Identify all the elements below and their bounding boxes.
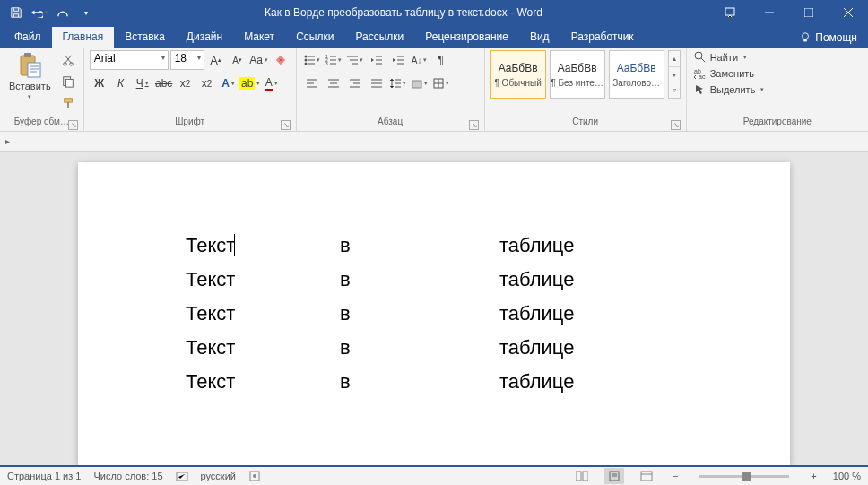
page[interactable]: Текст в таблице Текст в таблице Текст в … bbox=[78, 162, 790, 465]
superscript-icon[interactable]: x2 bbox=[197, 74, 217, 93]
grow-font-icon[interactable]: A▴ bbox=[206, 50, 226, 70]
align-left-icon[interactable] bbox=[302, 74, 322, 93]
shading-icon[interactable] bbox=[410, 74, 430, 93]
view-read-icon[interactable] bbox=[572, 468, 592, 484]
clipboard-launcher[interactable] bbox=[68, 120, 78, 130]
bullets-icon[interactable] bbox=[302, 50, 322, 70]
font-color-icon[interactable]: A bbox=[262, 74, 282, 93]
svg-rect-8 bbox=[24, 53, 31, 57]
styles-launcher[interactable] bbox=[671, 120, 681, 130]
svg-rect-0 bbox=[725, 8, 734, 15]
close-icon[interactable] bbox=[829, 0, 868, 25]
tab-layout[interactable]: Макет bbox=[233, 27, 285, 48]
style-no-spacing[interactable]: АаБбВв ¶ Без инте… bbox=[550, 50, 605, 99]
svg-rect-6 bbox=[804, 39, 808, 42]
view-web-icon[interactable] bbox=[637, 468, 656, 484]
table-row: Текст в таблице bbox=[186, 302, 682, 325]
subscript-icon[interactable]: x2 bbox=[176, 74, 195, 93]
borders-icon[interactable] bbox=[431, 74, 451, 93]
font-size-combo[interactable]: 18 bbox=[170, 50, 204, 70]
ribbon-tabs: Файл Главная Вставка Дизайн Макет Ссылки… bbox=[0, 25, 868, 48]
show-marks-icon[interactable]: ¶ bbox=[431, 50, 451, 70]
svg-text:ac: ac bbox=[699, 74, 706, 80]
undo-icon[interactable] bbox=[29, 3, 50, 22]
styles-scroll-down-icon[interactable]: ▾ bbox=[669, 67, 680, 83]
svg-point-16 bbox=[304, 56, 307, 58]
tab-file[interactable]: Файл bbox=[4, 27, 52, 48]
justify-icon[interactable] bbox=[367, 74, 386, 93]
group-styles-label: Стили bbox=[572, 117, 598, 126]
tab-mailings[interactable]: Рассылки bbox=[344, 27, 414, 48]
tell-me-search[interactable]: Помощн bbox=[794, 31, 868, 48]
tab-developer[interactable]: Разработчик bbox=[560, 27, 645, 48]
change-case-icon[interactable]: Aa bbox=[249, 50, 269, 70]
highlight-icon[interactable]: ab bbox=[240, 74, 260, 93]
save-icon[interactable] bbox=[5, 3, 27, 22]
italic-button[interactable]: К bbox=[111, 74, 131, 93]
underline-button[interactable]: Ч bbox=[133, 74, 152, 93]
proofing-icon[interactable] bbox=[176, 470, 188, 482]
tab-review[interactable]: Рецензирование bbox=[414, 27, 519, 48]
nav-pane-toggle-icon[interactable]: ▸ bbox=[5, 136, 10, 146]
multilevel-icon[interactable] bbox=[345, 50, 365, 70]
macro-icon[interactable] bbox=[248, 470, 261, 482]
font-launcher[interactable] bbox=[281, 120, 291, 130]
svg-rect-63 bbox=[576, 472, 581, 481]
status-page[interactable]: Страница 1 из 1 bbox=[7, 471, 81, 481]
styles-expand-icon[interactable]: ▿ bbox=[669, 82, 680, 98]
decrease-indent-icon[interactable] bbox=[367, 50, 386, 70]
tell-me-label: Помощн bbox=[815, 31, 857, 44]
format-painter-icon[interactable] bbox=[58, 93, 78, 113]
line-spacing-icon[interactable] bbox=[388, 74, 408, 93]
tab-references[interactable]: Ссылки bbox=[285, 27, 344, 48]
styles-scroll-up-icon[interactable]: ▴ bbox=[669, 51, 680, 67]
style-heading1[interactable]: АаБбВв Заголово… bbox=[609, 50, 664, 99]
style-normal[interactable]: АаБбВв ¶ Обычный bbox=[490, 50, 546, 99]
status-words[interactable]: Число слов: 15 bbox=[93, 471, 162, 481]
redo-icon[interactable] bbox=[52, 3, 74, 22]
zoom-slider[interactable] bbox=[699, 475, 789, 478]
status-language[interactable]: русский bbox=[201, 471, 236, 481]
tab-design[interactable]: Дизайн bbox=[176, 27, 233, 48]
replace-button[interactable]: abac Заменить bbox=[692, 66, 756, 81]
qat-customize-icon[interactable]: ▾ bbox=[75, 3, 97, 22]
svg-point-56 bbox=[695, 52, 702, 59]
minimize-icon[interactable] bbox=[750, 0, 789, 25]
group-clipboard: Вставить ▾ Буфер обм… bbox=[0, 48, 84, 131]
numbering-icon[interactable]: 123 bbox=[324, 50, 343, 70]
paragraph-launcher[interactable] bbox=[469, 120, 479, 130]
paste-button[interactable]: Вставить ▾ bbox=[5, 50, 55, 102]
zoom-thumb[interactable] bbox=[742, 472, 751, 481]
align-center-icon[interactable] bbox=[324, 74, 343, 93]
sort-icon[interactable]: A↓ bbox=[410, 50, 430, 70]
tab-view[interactable]: Вид bbox=[519, 27, 560, 48]
zoom-out-icon[interactable]: − bbox=[669, 471, 681, 481]
zoom-level[interactable]: 100 % bbox=[833, 471, 861, 481]
svg-text:3: 3 bbox=[326, 61, 328, 65]
view-print-icon[interactable] bbox=[604, 468, 624, 484]
strikethrough-icon[interactable]: abc bbox=[154, 74, 174, 93]
zoom-in-icon[interactable]: + bbox=[807, 471, 820, 481]
align-right-icon[interactable] bbox=[345, 74, 365, 93]
ribbon-options-icon[interactable] bbox=[710, 0, 750, 25]
window-title: Как в Ворде преобразовать таблицу в текс… bbox=[97, 6, 710, 19]
tab-home[interactable]: Главная bbox=[52, 27, 115, 48]
find-button[interactable]: Найти▾ bbox=[692, 50, 749, 65]
group-editing-label: Редактирование bbox=[743, 117, 812, 126]
cut-icon[interactable] bbox=[58, 50, 78, 70]
group-editing: Найти▾ abac Заменить Выделить▾ Редактиро… bbox=[687, 48, 868, 131]
svg-point-62 bbox=[253, 474, 256, 478]
quick-access-toolbar: ▾ bbox=[0, 3, 97, 22]
font-name-combo[interactable]: Arial bbox=[90, 50, 169, 70]
bold-button[interactable]: Ж bbox=[90, 74, 109, 93]
text-effects-icon[interactable]: A bbox=[219, 74, 239, 93]
copy-icon[interactable] bbox=[58, 72, 78, 91]
clear-format-icon[interactable] bbox=[271, 50, 291, 70]
maximize-icon[interactable] bbox=[789, 0, 829, 25]
select-button[interactable]: Выделить▾ bbox=[692, 82, 767, 97]
document-area[interactable]: Текст в таблице Текст в таблице Текст в … bbox=[0, 152, 868, 465]
tab-insert[interactable]: Вставка bbox=[114, 27, 176, 48]
svg-rect-2 bbox=[804, 8, 813, 17]
increase-indent-icon[interactable] bbox=[388, 50, 408, 70]
shrink-font-icon[interactable]: A▾ bbox=[228, 50, 247, 70]
